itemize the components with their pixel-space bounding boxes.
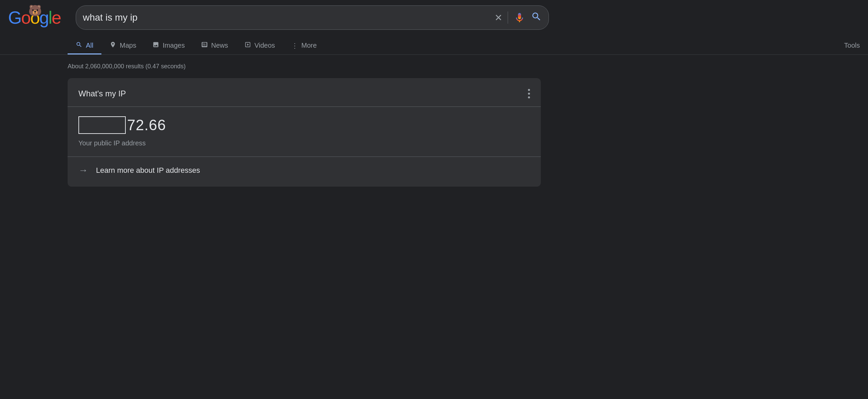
logo-letter-l: l — [48, 7, 52, 28]
ip-widget-card: What's my IP 72.66 Your public IP addres… — [68, 78, 541, 187]
tab-videos-label: Videos — [255, 42, 275, 49]
tools-tab[interactable]: Tools — [836, 37, 868, 54]
tab-videos[interactable]: Videos — [236, 37, 283, 54]
news-tab-icon — [201, 41, 208, 50]
tab-news-label: News — [211, 42, 228, 49]
search-divider — [508, 11, 508, 24]
tab-more-label: More — [302, 42, 317, 49]
tab-images-label: Images — [163, 42, 185, 49]
bear-icon: 🐻 — [28, 4, 41, 17]
widget-header: What's my IP — [78, 89, 530, 98]
widget-title: What's my IP — [78, 89, 126, 98]
search-button[interactable] — [531, 11, 542, 24]
videos-tab-icon — [244, 41, 251, 50]
tab-all-label: All — [86, 42, 93, 49]
more-tab-icon: ⋮ — [291, 42, 298, 50]
search-bar-icons: ✕ — [495, 11, 542, 24]
ip-label: Your public IP address — [78, 139, 530, 147]
search-nav: All Maps Images News — [0, 37, 868, 55]
maps-tab-icon — [110, 41, 116, 50]
dot1 — [528, 89, 530, 91]
learn-more-text: Learn more about IP addresses — [96, 166, 200, 175]
ip-redacted-box — [78, 116, 126, 134]
tab-more[interactable]: ⋮ More — [283, 37, 325, 54]
widget-menu-button[interactable] — [528, 89, 530, 98]
page-header: G o 🐻 o g l e what is my ip ✕ — [0, 0, 868, 35]
tab-all[interactable]: All — [68, 37, 101, 54]
logo-letter-e: e — [52, 7, 61, 28]
dot2 — [528, 93, 530, 95]
learn-more-row[interactable]: → Learn more about IP addresses — [78, 165, 530, 176]
tab-maps[interactable]: Maps — [101, 37, 144, 54]
ip-display: 72.66 — [78, 116, 530, 134]
images-tab-icon — [152, 41, 159, 50]
nav-tabs: All Maps Images News — [68, 37, 325, 54]
ip-value: 72.66 — [127, 117, 166, 134]
tools-label: Tools — [844, 42, 860, 49]
tab-news[interactable]: News — [193, 37, 236, 54]
tab-maps-label: Maps — [120, 42, 136, 49]
dot3 — [528, 96, 530, 98]
tab-images[interactable]: Images — [144, 37, 193, 54]
main-content: What's my IP 72.66 Your public IP addres… — [0, 78, 541, 187]
results-count: About 2,060,000,000 results (0.47 second… — [0, 55, 868, 78]
mic-icon[interactable] — [513, 11, 526, 24]
logo-letter-g: G — [8, 7, 21, 28]
search-tab-icon — [76, 41, 82, 50]
widget-bottom-divider — [68, 157, 541, 157]
logo-bear-container: 🐻 o — [30, 7, 39, 28]
google-logo[interactable]: G o 🐻 o g l e — [8, 7, 69, 28]
search-input[interactable]: what is my ip — [83, 12, 495, 23]
arrow-right-icon: → — [78, 165, 88, 176]
clear-icon[interactable]: ✕ — [495, 12, 502, 23]
widget-top-divider — [68, 107, 541, 107]
search-bar[interactable]: what is my ip ✕ — [76, 5, 549, 30]
